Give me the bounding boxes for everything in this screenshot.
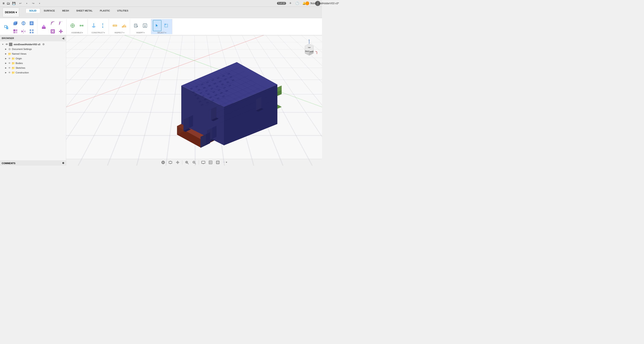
measure-icon <box>112 23 118 28</box>
new-component-button[interactable] <box>2 22 11 33</box>
svg-marker-36 <box>60 32 62 33</box>
grid-display-button[interactable] <box>208 160 213 165</box>
tree-item-sketches[interactable]: ▶ 👁 📁 Sketches <box>0 65 66 70</box>
svg-text:RIGHT: RIGHT <box>310 51 314 52</box>
orbit-button[interactable] <box>160 160 166 165</box>
app-menu-button[interactable]: ≡ <box>2 1 5 6</box>
zoom-fit-button[interactable] <box>184 160 190 165</box>
svg-marker-23 <box>42 26 46 27</box>
doc-settings-expand[interactable]: ▶ <box>4 47 7 50</box>
svg-text:X: X <box>316 52 318 54</box>
tab-solid[interactable]: SOLID <box>26 8 40 13</box>
bodies-expand[interactable]: ▶ <box>4 62 7 65</box>
clock-button[interactable]: 🕐 <box>295 1 300 6</box>
viewport[interactable]: Z X Z X FRONT <box>66 35 322 166</box>
tree-item-origin[interactable]: ▶ 👁 📁 Origin <box>0 56 66 61</box>
svg-rect-58 <box>123 25 124 27</box>
origin-expand[interactable]: ▶ <box>4 57 7 60</box>
revolve-button[interactable] <box>20 19 27 27</box>
construction-expand[interactable]: ▶ <box>4 71 7 74</box>
extrude-button[interactable] <box>12 19 19 27</box>
press-pull-button[interactable] <box>39 22 48 33</box>
construct-axis-icon <box>100 23 105 28</box>
sketches-eye-icon[interactable]: 👁 <box>8 66 11 69</box>
origin-eye-icon[interactable]: 👁 <box>8 57 11 60</box>
bodies-eye-icon[interactable]: 👁 <box>8 62 11 65</box>
more-display-button[interactable] <box>215 160 220 165</box>
svg-rect-31 <box>51 30 54 33</box>
tree-item-bodies[interactable]: ▶ 👁 📁 Bodies <box>0 61 66 65</box>
select-box-button[interactable] <box>162 20 170 31</box>
design-label: DESIGN <box>5 11 15 14</box>
assemble-label: ASSEMBLE ▾ <box>71 31 83 34</box>
insert-button1[interactable] <box>132 20 140 31</box>
analysis-icon <box>121 23 126 28</box>
analysis-button[interactable] <box>120 20 128 31</box>
tree-item-doc-settings[interactable]: ▶ ⚙ Document Settings <box>0 47 66 51</box>
root-eye-icon[interactable]: 👁 <box>5 43 8 46</box>
zoom-button[interactable] <box>191 160 197 165</box>
svg-marker-45 <box>92 26 96 28</box>
select-cursor-button[interactable] <box>153 20 162 31</box>
ribbon-group-select: SELECT ▾ <box>151 19 172 34</box>
construct-axis-button[interactable] <box>98 20 107 31</box>
joint-button[interactable] <box>77 20 86 31</box>
insert-icon1 <box>134 23 138 28</box>
create-items <box>2 19 36 35</box>
tab-utilities[interactable]: UTILITIES <box>114 8 132 13</box>
design-button[interactable]: DESIGN ▾ <box>2 8 19 17</box>
display-settings-button[interactable] <box>200 160 206 165</box>
inspect-items <box>110 19 128 31</box>
pattern-button[interactable] <box>12 27 19 35</box>
sketches-expand[interactable]: ▶ <box>4 66 7 69</box>
sketches-folder-icon: 📁 <box>12 66 15 69</box>
hole-button[interactable] <box>28 19 36 27</box>
svg-rect-21 <box>32 32 34 33</box>
tab-surface[interactable]: SURFACE <box>40 8 59 13</box>
shell-button[interactable] <box>49 27 56 35</box>
svg-point-10 <box>30 22 33 24</box>
settings-toggle-button[interactable]: ⋯ ▾ <box>222 160 228 165</box>
svg-rect-42 <box>80 25 81 26</box>
look-at-button[interactable] <box>168 160 173 165</box>
comments-settings-icon[interactable]: ⚙ <box>62 162 64 165</box>
ribbon-group-modify: MODIFY ▾ <box>37 19 66 34</box>
redo-button[interactable]: ↪ <box>30 1 36 6</box>
undo-button[interactable]: ↩ <box>18 1 23 6</box>
select-items <box>153 19 170 31</box>
tree-item-named-views[interactable]: ▶ 📁 Named Views <box>0 51 66 56</box>
root-expand[interactable]: ▼ <box>1 43 4 46</box>
save-button[interactable]: 💾 <box>11 1 16 6</box>
more-create-button[interactable] <box>28 27 36 35</box>
svg-rect-13 <box>14 31 15 33</box>
inspect-label: INSPECT ▾ <box>114 31 124 34</box>
svg-rect-175 <box>169 161 172 163</box>
undo-dropdown[interactable]: ▾ <box>24 1 29 6</box>
select-box-icon <box>164 23 169 28</box>
comments-footer: COMMENTS ⚙ <box>0 160 66 166</box>
tab-plastic[interactable]: PLASTIC <box>96 8 114 13</box>
svg-point-47 <box>93 23 94 24</box>
redo-dropdown[interactable]: ▾ <box>37 1 42 6</box>
fillet-button[interactable] <box>49 19 56 27</box>
assemble-button[interactable] <box>68 20 77 31</box>
svg-marker-68 <box>144 26 146 27</box>
browser-collapse-button[interactable]: ◀ <box>62 36 64 40</box>
construct-plane-button[interactable] <box>90 20 98 31</box>
chamfer-button[interactable] <box>57 19 65 27</box>
pan-button[interactable] <box>175 160 180 165</box>
tab-sheet-metal[interactable]: SHEET METAL <box>72 8 96 13</box>
tab-mesh[interactable]: MESH <box>58 8 72 13</box>
insert-button2[interactable] <box>141 20 149 31</box>
title-bar-center: 🟠 miniDowelHolderV03 v3* <box>305 1 322 5</box>
construction-eye-icon[interactable]: 👁 <box>8 71 11 74</box>
add-tab-button[interactable]: + <box>288 1 293 6</box>
tree-root-item[interactable]: ▼ 👁 miniDowelHolderV03 v3 ⚙ <box>0 42 66 47</box>
mirror-button[interactable] <box>20 27 27 35</box>
root-settings-icon[interactable]: ⚙ <box>42 43 45 46</box>
named-views-expand[interactable]: ▶ <box>4 52 7 55</box>
view-cube[interactable]: Z X FRONT RIGHT TOP <box>301 39 318 56</box>
move-button[interactable] <box>57 27 65 35</box>
tree-item-construction[interactable]: ▶ 👁 📁 Construction <box>0 70 66 75</box>
measure-button[interactable] <box>110 20 119 31</box>
